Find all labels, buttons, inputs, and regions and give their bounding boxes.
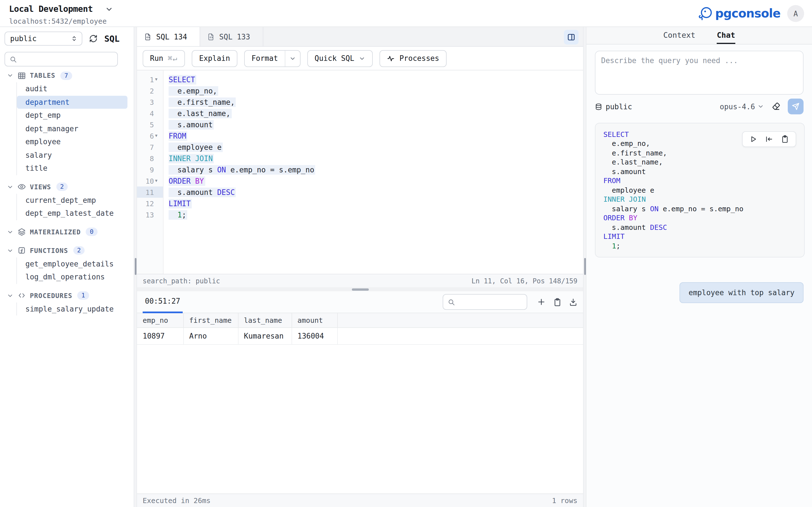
chat-resize-handle[interactable] bbox=[584, 258, 586, 275]
clear-chat-eraser-icon[interactable] bbox=[771, 102, 780, 111]
table-cell[interactable]: Kumaresan bbox=[238, 327, 292, 344]
tree-item-dept_manager[interactable]: dept_manager bbox=[17, 122, 128, 135]
tab-sql-133[interactable]: SQL 133 bbox=[200, 27, 263, 46]
sidebar-resize-divider[interactable] bbox=[134, 27, 137, 507]
line-number-4[interactable]: 4 bbox=[137, 108, 163, 119]
results-resize-handle[interactable] bbox=[352, 288, 368, 290]
fold-marker-icon[interactable]: ▼ bbox=[155, 179, 160, 183]
tree-item-simple_salary_update[interactable]: simple_salary_update bbox=[17, 302, 128, 316]
code-line-7: employee e bbox=[603, 185, 796, 194]
section-header-materialized[interactable]: MATERIALIZED0 bbox=[0, 225, 134, 238]
send-button[interactable] bbox=[788, 99, 804, 114]
line-number-9[interactable]: 9 bbox=[137, 164, 163, 175]
chat-prompt-box[interactable] bbox=[595, 51, 804, 95]
sidebar-resize-handle[interactable] bbox=[135, 258, 137, 275]
connection-string: localhost:5432/employee bbox=[9, 17, 107, 25]
section-items: current_dept_empdept_emp_latest_date bbox=[16, 193, 134, 220]
tree-item-current_dept_emp[interactable]: current_dept_emp bbox=[17, 193, 128, 207]
format-label[interactable]: Format bbox=[245, 50, 285, 66]
results-search-input[interactable] bbox=[458, 298, 522, 306]
chat-prompt-input[interactable] bbox=[601, 56, 797, 89]
column-header-first_name[interactable]: first_name bbox=[183, 313, 238, 327]
processes-button[interactable]: Processes bbox=[380, 50, 447, 67]
add-result-tab-icon[interactable] bbox=[537, 297, 546, 306]
results-search[interactable] bbox=[443, 294, 527, 310]
section-header-tables[interactable]: TABLES7 bbox=[0, 69, 134, 82]
sql-editor[interactable]: 1▼23456▼78910▼111213 SELECT e.emp_no, e.… bbox=[137, 70, 583, 274]
assistant-panel: Context Chat public opus-4.6 bbox=[587, 27, 812, 507]
explain-button[interactable]: Explain bbox=[192, 50, 238, 67]
code-line-9: salary s ON e.emp_no = s.emp_no bbox=[168, 164, 583, 175]
line-number-8[interactable]: 8 bbox=[137, 153, 163, 164]
split-columns-icon bbox=[567, 33, 576, 42]
line-number-11[interactable]: 11 bbox=[137, 186, 163, 198]
tree-item-department[interactable]: department bbox=[17, 96, 128, 109]
line-number-5[interactable]: 5 bbox=[137, 119, 163, 130]
tree-item-dept_emp[interactable]: dept_emp bbox=[17, 109, 128, 122]
sidebar-sql-toggle[interactable]: SQL bbox=[104, 34, 119, 44]
chat-sql-code: SELECT e.emp_no, e.first_name, e.last_na… bbox=[603, 129, 796, 250]
search-icon bbox=[10, 55, 17, 63]
tree-item-log_dml_operations[interactable]: log_dml_operations bbox=[17, 270, 128, 284]
tree-item-salary[interactable]: salary bbox=[17, 149, 128, 162]
line-number-10[interactable]: 10▼ bbox=[137, 175, 163, 186]
format-button[interactable]: Format bbox=[244, 50, 301, 67]
activity-icon bbox=[387, 54, 395, 62]
results-tab[interactable]: 00:51:27 bbox=[143, 291, 183, 313]
tree-item-employee[interactable]: employee bbox=[17, 135, 128, 149]
column-header-filler bbox=[337, 313, 583, 327]
table-cell[interactable]: Arno bbox=[183, 327, 238, 344]
chat-schema-context[interactable]: public bbox=[595, 102, 632, 111]
column-header-last_name[interactable]: last_name bbox=[238, 313, 292, 327]
tree-item-title[interactable]: title bbox=[17, 162, 128, 175]
line-number-12[interactable]: 12 bbox=[137, 198, 163, 209]
chevron-down-icon[interactable] bbox=[105, 5, 114, 13]
table-row[interactable]: 10897ArnoKumaresan136004 bbox=[137, 327, 583, 344]
chat-resize-divider[interactable] bbox=[583, 27, 587, 507]
table-cell[interactable]: 10897 bbox=[137, 327, 183, 344]
line-number-2[interactable]: 2 bbox=[137, 85, 163, 96]
editor-code[interactable]: SELECT e.emp_no, e.first_name, e.last_na… bbox=[163, 70, 583, 274]
copy-snippet-icon[interactable] bbox=[781, 135, 789, 143]
copy-results-icon[interactable] bbox=[553, 298, 562, 306]
section-header-functions[interactable]: FUNCTIONS2 bbox=[0, 244, 134, 257]
tree-item-get_employee_details[interactable]: get_employee_details bbox=[17, 257, 128, 270]
insert-to-editor-icon[interactable] bbox=[765, 135, 773, 143]
fold-marker-icon[interactable]: ▼ bbox=[155, 133, 160, 138]
code-line-5: s.amount bbox=[603, 167, 796, 176]
line-number-3[interactable]: 3 bbox=[137, 96, 163, 108]
run-shortcut: ⌘↵ bbox=[168, 54, 177, 62]
table-cell[interactable]: 136004 bbox=[292, 327, 337, 344]
fold-marker-icon[interactable]: ▼ bbox=[155, 77, 160, 82]
run-button[interactable]: Run ⌘↵ bbox=[143, 50, 185, 67]
avatar[interactable]: A bbox=[787, 5, 804, 22]
split-view-button[interactable] bbox=[564, 30, 578, 45]
quick-sql-button[interactable]: Quick SQL bbox=[307, 50, 373, 67]
line-number-13[interactable]: 13 bbox=[137, 209, 163, 220]
tree-item-dept_emp_latest_date[interactable]: dept_emp_latest_date bbox=[17, 207, 128, 220]
connection-title: Local Development bbox=[9, 4, 93, 14]
download-results-icon[interactable] bbox=[569, 298, 577, 306]
code-line-10: ORDER BY bbox=[603, 213, 796, 223]
column-header-emp_no[interactable]: emp_no bbox=[137, 313, 183, 327]
results-resize-divider[interactable] bbox=[137, 287, 583, 291]
code-line-4: e.last_name, bbox=[603, 158, 796, 167]
line-number-7[interactable]: 7 bbox=[137, 142, 163, 153]
model-select[interactable]: opus-4.6 bbox=[720, 102, 764, 111]
tab-sql-134[interactable]: SQL 134 bbox=[137, 27, 200, 46]
run-snippet-icon[interactable] bbox=[749, 135, 757, 143]
refresh-icon[interactable] bbox=[89, 34, 98, 43]
section-header-views[interactable]: VIEWS2 bbox=[0, 180, 134, 193]
schema-select[interactable]: public bbox=[4, 32, 82, 46]
section-header-procedures[interactable]: PROCEDURES1 bbox=[0, 289, 134, 302]
line-number-1[interactable]: 1▼ bbox=[137, 74, 163, 85]
tab-context[interactable]: Context bbox=[663, 27, 696, 44]
sidebar-search[interactable] bbox=[4, 52, 118, 66]
line-number-6[interactable]: 6▼ bbox=[137, 130, 163, 142]
column-header-amount[interactable]: amount bbox=[292, 313, 337, 327]
sidebar-search-input[interactable] bbox=[20, 55, 113, 63]
tree-item-audit[interactable]: audit bbox=[17, 82, 128, 96]
send-plane-icon bbox=[792, 103, 800, 110]
format-caret[interactable] bbox=[285, 50, 300, 66]
tab-chat[interactable]: Chat bbox=[717, 27, 735, 44]
